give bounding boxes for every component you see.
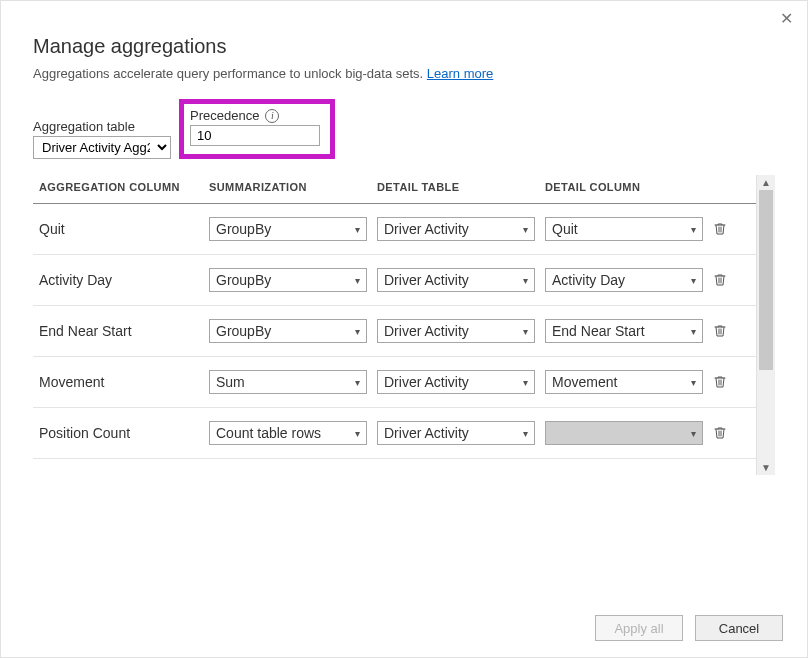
- scroll-down-icon[interactable]: ▼: [761, 460, 771, 475]
- detail-column-dropdown-value: Activity Day: [552, 272, 625, 288]
- learn-more-link[interactable]: Learn more: [427, 66, 493, 81]
- subtitle-text: Aggregations accelerate query performanc…: [33, 66, 427, 81]
- detail-table-dropdown-value: Driver Activity: [384, 425, 469, 441]
- agg-column-name: Movement: [33, 374, 209, 390]
- header-agg-col: AGGREGATION COLUMN: [33, 181, 209, 193]
- grid-scroll-area: AGGREGATION COLUMN SUMMARIZATION DETAIL …: [33, 175, 756, 475]
- chevron-down-icon: ▾: [691, 275, 696, 286]
- summarization-dropdown-value: GroupBy: [216, 221, 271, 237]
- chevron-down-icon: ▾: [523, 377, 528, 388]
- cancel-button[interactable]: Cancel: [695, 615, 783, 641]
- dialog-subtitle: Aggregations accelerate query performanc…: [33, 66, 775, 81]
- detail-column-dropdown[interactable]: Movement▾: [545, 370, 703, 394]
- dialog-window: ✕ Manage aggregations Aggregations accel…: [0, 0, 808, 658]
- precedence-label: Precedence: [190, 108, 259, 123]
- summarization-dropdown-value: Sum: [216, 374, 245, 390]
- precedence-label-row: Precedence i: [190, 108, 320, 123]
- agg-column-name: End Near Start: [33, 323, 209, 339]
- header-sum-col: SUMMARIZATION: [209, 181, 377, 193]
- chevron-down-icon: ▾: [355, 224, 360, 235]
- detail-table-dropdown-value: Driver Activity: [384, 221, 469, 237]
- scroll-thumb[interactable]: [759, 190, 773, 370]
- header-det-col: DETAIL TABLE: [377, 181, 545, 193]
- chevron-down-icon: ▾: [355, 428, 360, 439]
- chevron-down-icon: ▾: [523, 224, 528, 235]
- precedence-highlight: Precedence i: [179, 99, 335, 159]
- grid-body: QuitGroupBy▾Driver Activity▾Quit▾Activit…: [33, 204, 756, 459]
- agg-column-name: Position Count: [33, 425, 209, 441]
- summarization-dropdown[interactable]: Sum▾: [209, 370, 367, 394]
- detail-column-dropdown[interactable]: End Near Start▾: [545, 319, 703, 343]
- summarization-dropdown[interactable]: GroupBy▾: [209, 268, 367, 292]
- header-detc-col: DETAIL COLUMN: [545, 181, 713, 193]
- detail-table-dropdown[interactable]: Driver Activity▾: [377, 319, 535, 343]
- delete-icon[interactable]: [713, 222, 743, 236]
- detail-table-dropdown[interactable]: Driver Activity▾: [377, 370, 535, 394]
- table-row: Position CountCount table rows▾Driver Ac…: [33, 408, 756, 459]
- summarization-dropdown[interactable]: GroupBy▾: [209, 217, 367, 241]
- chevron-down-icon: ▾: [523, 428, 528, 439]
- chevron-down-icon: ▾: [691, 224, 696, 235]
- chevron-down-icon: ▾: [355, 326, 360, 337]
- dialog-content: Manage aggregations Aggregations acceler…: [1, 1, 807, 657]
- table-row: QuitGroupBy▾Driver Activity▾Quit▾: [33, 204, 756, 255]
- summarization-dropdown-value: GroupBy: [216, 272, 271, 288]
- grid-header: AGGREGATION COLUMN SUMMARIZATION DETAIL …: [33, 175, 756, 204]
- detail-table-dropdown-value: Driver Activity: [384, 272, 469, 288]
- aggregation-table-select[interactable]: Driver Activity Agg2: [33, 136, 171, 159]
- chevron-down-icon: ▾: [355, 377, 360, 388]
- detail-column-dropdown[interactable]: Quit▾: [545, 217, 703, 241]
- chevron-down-icon: ▾: [355, 275, 360, 286]
- detail-table-dropdown-value: Driver Activity: [384, 323, 469, 339]
- aggregation-table-group: Aggregation table Driver Activity Agg2: [33, 119, 171, 159]
- delete-icon[interactable]: [713, 375, 743, 389]
- vertical-scrollbar[interactable]: ▲ ▼: [756, 175, 775, 475]
- header-del-col: [713, 181, 743, 193]
- summarization-dropdown[interactable]: GroupBy▾: [209, 319, 367, 343]
- chevron-down-icon: ▾: [691, 428, 696, 439]
- delete-icon[interactable]: [713, 273, 743, 287]
- apply-all-button[interactable]: Apply all: [595, 615, 683, 641]
- detail-table-dropdown-value: Driver Activity: [384, 374, 469, 390]
- agg-column-name: Activity Day: [33, 272, 209, 288]
- table-row: MovementSum▾Driver Activity▾Movement▾: [33, 357, 756, 408]
- table-row: Activity DayGroupBy▾Driver Activity▾Acti…: [33, 255, 756, 306]
- dialog-title: Manage aggregations: [33, 35, 775, 58]
- delete-icon[interactable]: [713, 426, 743, 440]
- detail-column-dropdown-value: Quit: [552, 221, 578, 237]
- dialog-footer: Apply all Cancel: [595, 615, 783, 641]
- detail-column-dropdown[interactable]: Activity Day▾: [545, 268, 703, 292]
- precedence-input[interactable]: [190, 125, 320, 146]
- table-row: End Near StartGroupBy▾Driver Activity▾En…: [33, 306, 756, 357]
- detail-column-dropdown-value: Movement: [552, 374, 617, 390]
- controls-row: Aggregation table Driver Activity Agg2 P…: [33, 99, 775, 159]
- chevron-down-icon: ▾: [691, 377, 696, 388]
- info-icon[interactable]: i: [265, 109, 279, 123]
- delete-icon[interactable]: [713, 324, 743, 338]
- chevron-down-icon: ▾: [523, 326, 528, 337]
- chevron-down-icon: ▾: [523, 275, 528, 286]
- chevron-down-icon: ▾: [691, 326, 696, 337]
- detail-table-dropdown[interactable]: Driver Activity▾: [377, 217, 535, 241]
- aggregation-table-label: Aggregation table: [33, 119, 171, 134]
- aggregation-grid: AGGREGATION COLUMN SUMMARIZATION DETAIL …: [33, 175, 775, 475]
- scroll-up-icon[interactable]: ▲: [761, 175, 771, 190]
- detail-column-dropdown: ▾: [545, 421, 703, 445]
- summarization-dropdown[interactable]: Count table rows▾: [209, 421, 367, 445]
- summarization-dropdown-value: GroupBy: [216, 323, 271, 339]
- detail-column-dropdown-value: End Near Start: [552, 323, 645, 339]
- detail-table-dropdown[interactable]: Driver Activity▾: [377, 268, 535, 292]
- agg-column-name: Quit: [33, 221, 209, 237]
- detail-table-dropdown[interactable]: Driver Activity▾: [377, 421, 535, 445]
- summarization-dropdown-value: Count table rows: [216, 425, 321, 441]
